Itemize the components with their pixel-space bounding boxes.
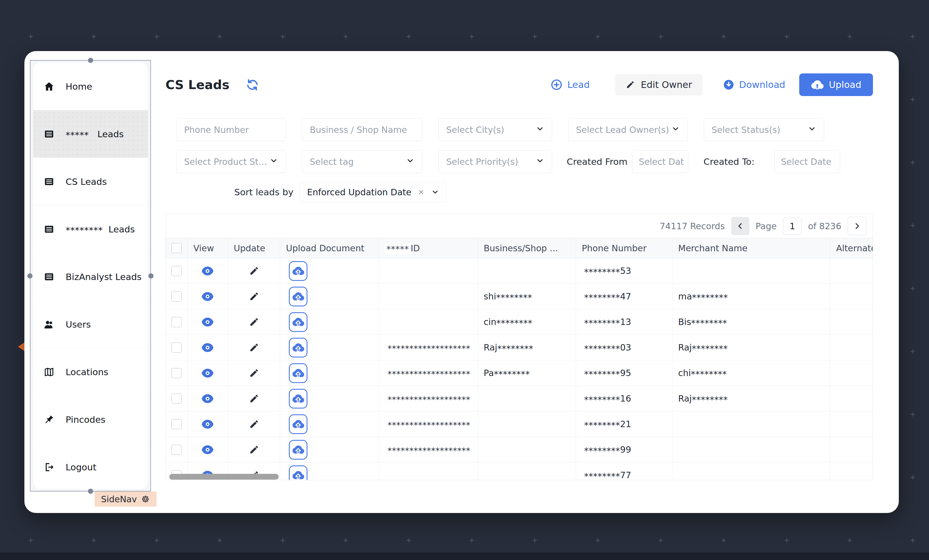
alternate-cell [830, 258, 873, 284]
column-header-view: View [187, 238, 228, 258]
download-button[interactable]: Download [723, 79, 785, 90]
clear-sort-icon[interactable] [417, 188, 425, 196]
resize-handle-top[interactable] [88, 58, 93, 63]
horizontal-scrollbar[interactable] [169, 474, 279, 480]
upload-document-button[interactable] [289, 465, 307, 480]
chevron-down-icon [671, 124, 680, 135]
select-tag-select[interactable]: Select tag [302, 150, 422, 173]
upload-document-button[interactable] [289, 261, 307, 281]
sidebar-menu: Home***** LeadsCS Leads******** LeadsBiz… [33, 63, 148, 489]
select-city-s-select[interactable]: Select City(s) [438, 118, 552, 141]
diamond-dot [280, 34, 286, 40]
sidebar-item-home[interactable]: Home [33, 63, 148, 110]
diamond-dot [154, 537, 160, 543]
upload-document-button[interactable] [289, 363, 307, 383]
view-button[interactable] [201, 368, 214, 378]
row-checkbox[interactable] [171, 445, 182, 455]
map-icon [44, 366, 55, 378]
select-placeholder: Select Lead Owner(s) [576, 125, 669, 135]
merchant-name-cell: chi ******** [672, 360, 830, 386]
diamond-dot [910, 474, 916, 480]
select-lead-owner-s-select[interactable]: Select Lead Owner(s) [568, 118, 688, 141]
upload-document-button[interactable] [289, 414, 307, 434]
update-button[interactable] [249, 291, 259, 302]
sidebar-item-cs-leads[interactable]: CS Leads [33, 158, 148, 205]
update-cell [228, 412, 280, 437]
sidebar-item-users[interactable]: Users [33, 301, 148, 348]
sidebar-item-label: Home [66, 81, 92, 92]
diamond-dot [910, 34, 916, 40]
update-button[interactable] [249, 343, 259, 353]
resize-handle-bottom[interactable] [88, 489, 93, 494]
select-priority-s-select[interactable]: Select Priority(s) [438, 150, 552, 173]
resize-handle-right[interactable] [148, 273, 153, 278]
refresh-icon[interactable] [245, 78, 259, 92]
sort-select[interactable]: Enforced Updation Date [299, 182, 446, 202]
view-button[interactable] [201, 445, 214, 455]
select-placeholder: Select Priority(s) [446, 157, 518, 167]
sidebar-item-locations[interactable]: Locations [33, 348, 148, 396]
upload-document-button[interactable] [289, 312, 307, 332]
add-lead-button[interactable]: Lead [550, 79, 590, 91]
row-checkbox[interactable] [171, 368, 182, 378]
resize-handle-left[interactable] [27, 273, 32, 278]
upload-document-button[interactable] [289, 338, 307, 358]
records-count: 74117 Records [659, 221, 725, 231]
upload-document-button[interactable] [289, 389, 307, 409]
view-button[interactable] [201, 317, 214, 327]
row-checkbox[interactable] [171, 317, 182, 327]
sidebar[interactable]: Home***** LeadsCS Leads******** LeadsBiz… [30, 60, 151, 491]
update-button[interactable] [249, 317, 259, 327]
view-button[interactable] [201, 266, 214, 276]
select-date-date-input[interactable]: Select Date [774, 150, 840, 173]
diamond-dot [721, 537, 727, 543]
row-checkbox[interactable] [171, 393, 182, 404]
diamond-dot [784, 34, 789, 40]
view-cell [187, 437, 228, 462]
sidebar-item-pincodes[interactable]: Pincodes [33, 396, 148, 443]
update-button[interactable] [249, 266, 259, 276]
view-button[interactable] [201, 343, 214, 352]
row-checkbox[interactable] [171, 291, 182, 302]
update-button[interactable] [249, 393, 259, 404]
select-all-checkbox[interactable] [171, 243, 182, 253]
phone-number-input[interactable] [176, 118, 286, 141]
upload-document-button[interactable] [289, 287, 307, 306]
select-product-stat-select[interactable]: Select Product Stat... [176, 150, 286, 173]
view-button[interactable] [201, 419, 214, 429]
sidebar-item-bizanalyst-leads[interactable]: BizAnalyst Leads [33, 253, 148, 301]
sidebar-item-leads[interactable]: ******** Leads [33, 205, 148, 253]
chevron-down-icon[interactable] [431, 188, 439, 196]
sidebar-item-leads[interactable]: ***** Leads [33, 110, 148, 158]
upload-document-button[interactable] [289, 440, 307, 460]
diamond-dot [784, 537, 789, 543]
sidenav-selection-tag[interactable]: SideNav [95, 491, 156, 506]
diamond-dot [406, 34, 412, 40]
sidebar-item-logout[interactable]: Logout [33, 443, 148, 489]
business-shop-name-input[interactable] [302, 118, 422, 141]
view-cell [187, 412, 228, 437]
view-button[interactable] [201, 292, 214, 301]
sidebar-item-label: ***** Leads [66, 129, 124, 139]
row-checkbox[interactable] [171, 266, 182, 276]
prev-page-button[interactable] [731, 217, 749, 235]
view-button[interactable] [201, 394, 214, 404]
edit-owner-button[interactable]: Edit Owner [615, 74, 702, 95]
add-lead-label: Lead [567, 79, 590, 90]
page-number-input[interactable] [783, 217, 802, 234]
alternate-cell [830, 360, 873, 386]
diamond-dot [658, 537, 664, 543]
diamond-dot [721, 34, 727, 40]
next-page-button[interactable] [848, 217, 866, 235]
gear-icon[interactable] [141, 494, 150, 504]
update-button[interactable] [249, 368, 259, 378]
phone-number-cell: ******** 77 [576, 462, 672, 480]
select-dat-date-input[interactable]: Select Dat [632, 150, 688, 173]
select-status-s-select[interactable]: Select Status(s) [704, 118, 824, 141]
upload-button[interactable]: Upload [799, 73, 873, 96]
update-cell [228, 258, 280, 284]
update-button[interactable] [249, 419, 259, 430]
update-button[interactable] [249, 445, 259, 455]
row-checkbox[interactable] [171, 419, 182, 430]
row-checkbox[interactable] [171, 343, 182, 353]
